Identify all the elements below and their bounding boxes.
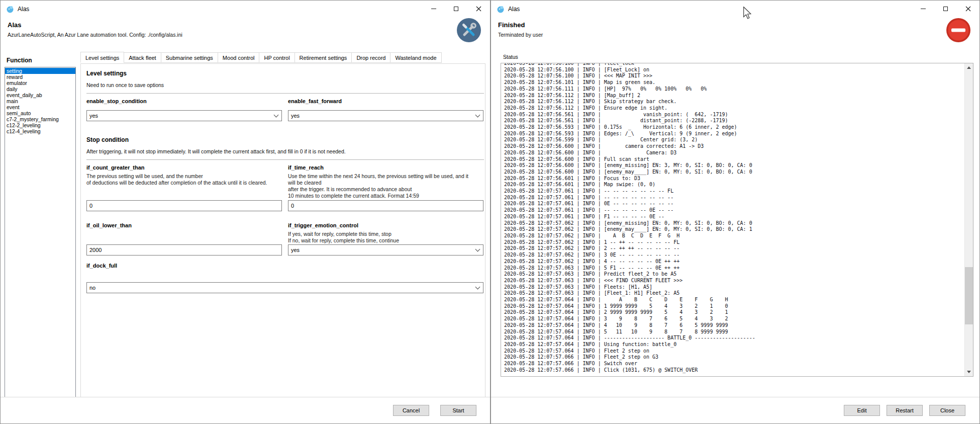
tab[interactable]: HP control (259, 52, 295, 63)
tab[interactable]: Level settings (80, 52, 124, 63)
alas-log-window: Alas Finished Terminated by user Statu (491, 0, 980, 424)
if-count-greater-than-input[interactable] (86, 200, 282, 211)
desktop: Alas Alas AzurLaneAutoScript, An Azur La… (0, 0, 980, 424)
field-help: The previous setting will be used, and t… (86, 173, 282, 186)
minimize-icon (921, 9, 926, 9)
if-oil-lower-than-input[interactable] (86, 244, 282, 256)
scrollbar-thumb[interactable] (965, 267, 973, 324)
enable-stop-condition-select[interactable]: yes (86, 110, 282, 121)
close-button[interactable] (957, 1, 979, 17)
titlebar[interactable]: Alas (491, 1, 979, 17)
page-title: Alas (8, 21, 182, 29)
field-label: if_oil_lower_than (86, 222, 282, 228)
app-icon (6, 5, 14, 13)
section-heading: Stop condition (86, 136, 484, 143)
scroll-up-button[interactable] (965, 63, 973, 72)
field-label: if_trigger_emotion_control (288, 222, 483, 228)
bottom-bar: Cancel Start (1, 397, 490, 423)
minimize-icon (431, 9, 436, 9)
tab[interactable]: Submarine settings (161, 52, 218, 63)
selected-value: no (89, 285, 95, 291)
field-label: if_time_reach (288, 164, 483, 171)
enable-fast-forward-select[interactable]: yes (288, 110, 483, 121)
start-button[interactable]: Start (440, 405, 476, 416)
selected-value: yes (89, 113, 98, 119)
function-list-item[interactable]: main (5, 98, 75, 104)
tab-panel-level-settings: Level settings Need to run once to save … (80, 63, 485, 397)
alas-settings-window: Alas Alas AzurLaneAutoScript, An Azur La… (0, 0, 491, 424)
section-divider (86, 93, 484, 94)
tab[interactable]: Attack fleet (124, 52, 161, 63)
selected-value: yes (291, 113, 300, 119)
field-if-time-reach: if_time_reach Use the time within the ne… (288, 164, 483, 211)
function-list: settingrewardemulatordailyevent_daily_ab… (5, 67, 76, 399)
tab[interactable]: Drop record (351, 52, 390, 63)
scroll-up-icon (967, 66, 971, 69)
log-scrollbar[interactable] (964, 63, 973, 376)
field-help: Use the time within the next 24 hours, t… (288, 173, 483, 199)
maximize-icon (943, 7, 948, 11)
if-time-reach-input[interactable] (288, 200, 483, 211)
maximize-button[interactable] (934, 1, 957, 17)
field-if-dock-full: if_dock_full no (86, 263, 483, 293)
field-label: enable_fast_forward (288, 98, 483, 104)
function-list-item[interactable]: event_daily_ab (5, 92, 75, 98)
field-help: If yes, wait for reply, complete this ti… (288, 231, 483, 244)
minimize-button[interactable] (912, 1, 934, 17)
close-icon (965, 6, 971, 12)
window-title: Alas (18, 6, 29, 13)
function-list-item[interactable]: daily (5, 86, 75, 92)
section-divider (86, 159, 484, 160)
field-if-count-greater-than: if_count_greater_than The previous setti… (86, 164, 282, 211)
close-window-button[interactable]: Close (929, 405, 965, 416)
tab[interactable]: Mood control (218, 52, 260, 63)
tab[interactable]: Retirement settings (295, 52, 352, 63)
field-label: enable_stop_condition (86, 98, 282, 104)
chevron-down-icon (274, 112, 279, 117)
minimize-button[interactable] (422, 1, 445, 17)
tools-badge-icon (457, 18, 481, 42)
close-button[interactable] (467, 1, 490, 17)
stop-badge-icon (946, 18, 970, 42)
field-if-oil-lower-than: if_oil_lower_than (86, 222, 282, 256)
function-list-item[interactable]: c7-2_mystery_farming (5, 116, 75, 122)
field-enable-stop-condition: enable_stop_condition yes (86, 98, 282, 121)
run-status-title: Finished (498, 21, 543, 29)
close-icon (476, 6, 481, 12)
page-subtitle: AzurLaneAutoScript, An Azur Lane automat… (8, 32, 182, 38)
cancel-button[interactable]: Cancel (393, 405, 429, 416)
maximize-button[interactable] (445, 1, 467, 17)
run-status-detail: Terminated by user (498, 32, 543, 38)
titlebar[interactable]: Alas (1, 1, 490, 17)
function-list-item[interactable]: event (5, 104, 75, 110)
scroll-down-icon (967, 371, 971, 373)
function-list-item[interactable]: c12-2_leveling (5, 122, 75, 128)
field-enable-fast-forward: enable_fast_forward yes (288, 98, 483, 121)
settings-tab-control: Level settingsAttack fleetSubmarine sett… (80, 52, 485, 397)
function-list-item[interactable]: setting (5, 68, 75, 74)
run-status-header: Finished Terminated by user (498, 21, 543, 38)
function-panel-label: Function (7, 57, 32, 64)
function-list-item[interactable]: c12-4_leveling (5, 128, 75, 134)
if-trigger-emotion-control-select[interactable]: yes (288, 244, 483, 256)
app-icon (497, 5, 505, 13)
function-list-item[interactable]: reward (5, 74, 75, 80)
field-label: if_count_greater_than (86, 164, 282, 171)
maximize-icon (454, 7, 458, 11)
function-list-item[interactable]: semi_auto (5, 110, 75, 116)
window-header: Alas AzurLaneAutoScript, An Azur Lane au… (8, 21, 182, 38)
section-description: Need to run once to save options (86, 82, 484, 88)
field-if-trigger-emotion-control: if_trigger_emotion_control If yes, wait … (288, 222, 483, 256)
chevron-down-icon (475, 284, 480, 289)
chevron-down-icon (475, 246, 480, 251)
tab-strip: Level settingsAttack fleetSubmarine sett… (80, 52, 485, 63)
scroll-down-button[interactable] (965, 368, 973, 376)
restart-button[interactable]: Restart (887, 405, 923, 416)
status-label: Status (503, 54, 518, 60)
function-list-item[interactable]: emulator (5, 80, 75, 86)
tab[interactable]: Wasteland mode (390, 52, 441, 63)
edit-button[interactable]: Edit (844, 405, 880, 416)
bottom-bar: Edit Restart Close (491, 397, 979, 423)
if-dock-full-select[interactable]: no (86, 282, 483, 293)
chevron-down-icon (475, 112, 480, 117)
